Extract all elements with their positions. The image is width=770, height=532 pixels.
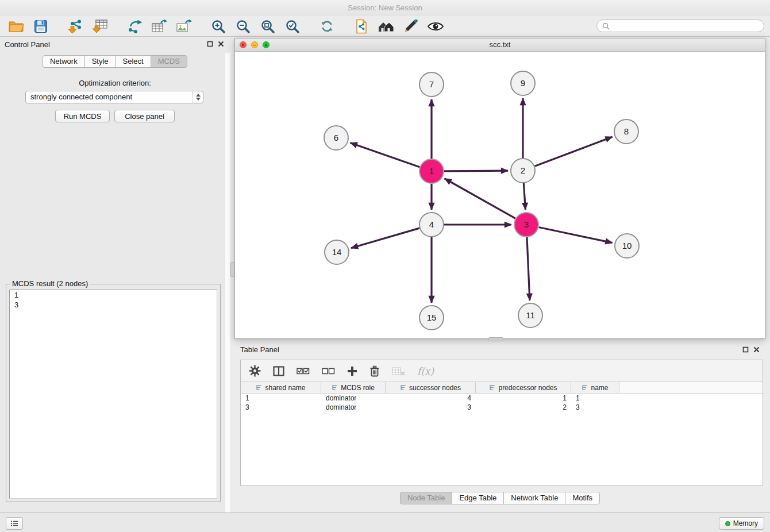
edge-4-14[interactable] bbox=[351, 228, 419, 248]
app-titlebar: Session: New Session bbox=[0, 0, 770, 16]
node-3[interactable]: 3 bbox=[514, 213, 538, 237]
edge-3-11[interactable] bbox=[527, 237, 530, 300]
apply-layout-button[interactable] bbox=[318, 18, 336, 34]
open-session-button[interactable] bbox=[7, 18, 25, 34]
node-14[interactable]: 14 bbox=[325, 240, 349, 264]
table-settings-button[interactable] bbox=[249, 365, 261, 377]
edge-2-8[interactable] bbox=[535, 137, 613, 166]
table-tab-network-table[interactable]: Network Table bbox=[503, 492, 565, 504]
delete-table-button-disabled bbox=[392, 367, 405, 376]
search-box bbox=[596, 20, 764, 32]
zoom-fit-icon bbox=[260, 19, 275, 34]
node-6[interactable]: 6 bbox=[324, 126, 348, 150]
float-panel-icon[interactable] bbox=[207, 41, 213, 47]
table-cell: 3 bbox=[571, 403, 619, 412]
search-input[interactable] bbox=[613, 21, 764, 31]
node-10[interactable]: 10 bbox=[615, 234, 639, 258]
edge-1-6[interactable] bbox=[351, 143, 420, 167]
zoom-fit-button[interactable] bbox=[259, 18, 276, 34]
column-header-predecessor-nodes[interactable]: predecessor nodes bbox=[476, 382, 571, 393]
memory-button[interactable]: Memory bbox=[719, 517, 764, 530]
tab-select[interactable]: Select bbox=[116, 55, 151, 68]
show-hide-button[interactable] bbox=[427, 18, 444, 34]
paint-brush-icon bbox=[403, 20, 418, 33]
import-network-button[interactable] bbox=[67, 18, 84, 34]
show-columns-button[interactable] bbox=[273, 366, 284, 376]
edge-3-10[interactable] bbox=[539, 228, 613, 243]
select-all-button[interactable] bbox=[297, 367, 310, 376]
table-tab-node-table[interactable]: Node Table bbox=[400, 492, 453, 504]
zoom-selected-button[interactable] bbox=[284, 18, 301, 34]
home-button[interactable] bbox=[378, 18, 395, 34]
mcds-result-list: 13 bbox=[9, 290, 217, 499]
table-row[interactable]: 3dominator323 bbox=[241, 403, 763, 412]
table-row[interactable]: 1dominator411 bbox=[241, 394, 763, 403]
column-header-shared-name[interactable]: shared name bbox=[241, 382, 321, 393]
import-table-button[interactable] bbox=[91, 18, 109, 34]
table-header-row: shared nameMCDS rolesuccessor nodesprede… bbox=[241, 382, 763, 394]
clone-network-button[interactable] bbox=[353, 18, 370, 34]
columns-icon bbox=[273, 366, 284, 376]
export-table-button[interactable] bbox=[151, 18, 168, 34]
window-minimize-button[interactable]: − bbox=[251, 41, 258, 48]
panel-menu-button[interactable] bbox=[6, 517, 23, 530]
node-label: 1 bbox=[429, 166, 434, 176]
horizontal-splitter-handle[interactable] bbox=[488, 337, 503, 341]
node-label: 2 bbox=[521, 165, 525, 175]
node-7[interactable]: 7 bbox=[419, 72, 444, 97]
criterion-dropdown[interactable]: strongly connected component bbox=[25, 91, 203, 103]
add-column-button[interactable] bbox=[347, 366, 357, 376]
tab-mcds[interactable]: MCDS bbox=[151, 55, 187, 68]
trash-icon bbox=[369, 365, 380, 377]
close-panel-icon[interactable] bbox=[218, 41, 224, 47]
zoom-out-button[interactable] bbox=[234, 18, 252, 34]
control-panel-scrollbar[interactable] bbox=[225, 53, 230, 512]
node-9[interactable]: 9 bbox=[511, 71, 535, 95]
float-table-panel-icon[interactable] bbox=[742, 346, 749, 353]
window-zoom-button[interactable]: + bbox=[263, 41, 270, 48]
column-header-label: predecessor nodes bbox=[498, 384, 557, 392]
mcds-result-title: MCDS result (2 nodes) bbox=[10, 279, 90, 288]
result-item[interactable]: 1 bbox=[10, 290, 217, 300]
window-close-button[interactable]: × bbox=[240, 41, 247, 48]
table-cell: 3 bbox=[241, 403, 321, 412]
edge-2-3[interactable] bbox=[523, 183, 525, 210]
edge-3-1[interactable] bbox=[445, 179, 515, 218]
save-session-button[interactable] bbox=[32, 18, 49, 34]
network-window-title: scc.txt bbox=[490, 40, 511, 49]
tab-style[interactable]: Style bbox=[84, 55, 116, 68]
table-tab-edge-table[interactable]: Edge Table bbox=[452, 492, 504, 504]
table-tab-motifs[interactable]: Motifs bbox=[565, 492, 600, 504]
node-1[interactable]: 1 bbox=[419, 159, 444, 183]
column-header-successor-nodes[interactable]: successor nodes bbox=[386, 382, 476, 393]
edge-1-2[interactable] bbox=[444, 171, 508, 171]
export-image-button[interactable] bbox=[175, 18, 192, 34]
control-panel-title: Control Panel bbox=[5, 40, 50, 49]
sort-icon bbox=[582, 384, 588, 391]
tab-network[interactable]: Network bbox=[43, 55, 85, 68]
export-network-button[interactable] bbox=[126, 18, 143, 34]
delete-column-button[interactable] bbox=[369, 365, 380, 377]
node-4[interactable]: 4 bbox=[419, 213, 444, 237]
run-mcds-button[interactable]: Run MCDS bbox=[55, 110, 110, 122]
close-panel-button[interactable]: Close panel bbox=[114, 110, 175, 122]
node-11[interactable]: 11 bbox=[518, 303, 542, 327]
node-8[interactable]: 8 bbox=[614, 119, 638, 144]
column-header-name[interactable]: name bbox=[571, 382, 619, 393]
save-floppy-icon bbox=[34, 20, 48, 33]
node-15[interactable]: 15 bbox=[419, 306, 444, 330]
vertical-splitter-handle[interactable] bbox=[230, 262, 234, 277]
result-item[interactable]: 3 bbox=[10, 300, 217, 310]
node-2[interactable]: 2 bbox=[511, 159, 535, 183]
zoom-in-button[interactable] bbox=[210, 18, 227, 34]
column-header-mcds-role[interactable]: MCDS role bbox=[321, 382, 386, 393]
close-table-panel-icon[interactable] bbox=[753, 346, 760, 353]
deselect-all-button[interactable] bbox=[322, 367, 335, 376]
table-cell: dominator bbox=[321, 403, 386, 412]
node-table-block: f(x) shared nameMCDS rolesuccessor nodes… bbox=[240, 360, 763, 486]
style-brush-button[interactable] bbox=[402, 18, 419, 34]
export-network-icon bbox=[126, 19, 143, 34]
node-label: 14 bbox=[332, 247, 342, 257]
unchecked-boxes-icon bbox=[322, 367, 335, 376]
network-canvas[interactable]: 7968124314101511 bbox=[235, 51, 765, 338]
